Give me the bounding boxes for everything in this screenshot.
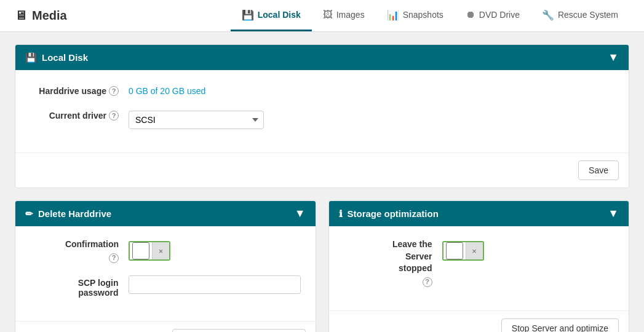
leave-server-row: Leave theServerstopped ? × <box>344 239 614 287</box>
images-icon: 🖼 <box>323 9 333 20</box>
snapshots-icon: 📊 <box>387 9 399 21</box>
current-driver-value: SCSI IDE VirtIO <box>129 107 614 129</box>
optimize-button[interactable]: Stop Server and optimize <box>501 318 619 332</box>
harddrive-usage-row: Harddrive usage ? 0 GB of 20 GB used <box>30 82 614 96</box>
harddrive-help-icon[interactable]: ? <box>109 86 119 96</box>
scp-password-label: SCP loginpassword <box>30 274 129 298</box>
top-nav: 🖥 Media 💾 Local Disk 🖼 Images 📊 Snapshot… <box>0 0 644 32</box>
storage-collapse-icon[interactable]: ▼ <box>608 207 619 220</box>
driver-help-icon[interactable]: ? <box>109 111 119 121</box>
local-disk-card-body: Harddrive usage ? 0 GB of 20 GB used Cur… <box>15 70 629 152</box>
local-disk-icon: 💾 <box>242 9 254 21</box>
local-disk-card-footer: Save <box>15 152 629 188</box>
local-disk-header-icon: 💾 <box>25 52 37 63</box>
local-disk-card: 💾 Local Disk ▼ Harddrive usage ? 0 GB of… <box>15 44 629 188</box>
confirmation-label: Confirmation ? <box>30 239 129 263</box>
leave-server-checkbox[interactable] <box>443 242 466 259</box>
tab-dvd-drive[interactable]: ⏺ DVD Drive <box>455 0 531 31</box>
storage-optimization-card: ℹ Storage optimization ▼ Leave theServer… <box>328 200 630 332</box>
nav-tabs: 💾 Local Disk 🖼 Images 📊 Snapshots ⏺ DVD … <box>231 0 629 31</box>
confirmation-toggle: × <box>129 241 170 261</box>
tab-images-label: Images <box>336 10 365 20</box>
delete-collapse-icon[interactable]: ▼ <box>295 207 306 220</box>
tab-rescue-system-label: Rescue System <box>558 10 618 20</box>
app-icon: 🖥 <box>15 9 27 23</box>
harddrive-usage-value: 0 GB of 20 GB used <box>129 82 614 96</box>
confirmation-toggle-container: × <box>129 239 170 261</box>
tab-snapshots[interactable]: 📊 Snapshots <box>376 0 455 31</box>
delete-harddrive-card: ✏ Delete Harddrive ▼ Confirmation ? × <box>15 200 316 332</box>
delete-button[interactable]: Delete Harddrive irrepealable <box>172 329 305 332</box>
leave-server-clear-button[interactable]: × <box>466 242 483 259</box>
main-content: 💾 Local Disk ▼ Harddrive usage ? 0 GB of… <box>0 32 644 332</box>
driver-select[interactable]: SCSI IDE VirtIO <box>129 111 264 129</box>
current-driver-label: Current driver ? <box>30 107 129 121</box>
delete-header-left: ✏ Delete Harddrive <box>25 208 111 219</box>
storage-card-body: Leave theServerstopped ? × <box>329 226 629 310</box>
save-button[interactable]: Save <box>578 160 619 180</box>
storage-header-left: ℹ Storage optimization <box>339 208 439 219</box>
local-disk-title: Local Disk <box>42 52 88 63</box>
local-disk-collapse-icon[interactable]: ▼ <box>608 51 619 64</box>
storage-card-footer: Stop Server and optimize <box>329 310 629 332</box>
leave-server-label: Leave theServerstopped ? <box>344 239 442 287</box>
storage-optimization-header: ℹ Storage optimization ▼ <box>329 201 629 226</box>
dvd-drive-icon: ⏺ <box>466 9 475 20</box>
leave-server-toggle: × <box>442 241 484 261</box>
scp-password-row: SCP loginpassword <box>30 274 301 298</box>
tab-local-disk-label: Local Disk <box>258 10 301 20</box>
tab-local-disk[interactable]: 💾 Local Disk <box>231 0 312 31</box>
storage-header-icon: ℹ <box>339 208 343 219</box>
tab-dvd-drive-label: DVD Drive <box>479 10 520 20</box>
confirmation-help-icon[interactable]: ? <box>109 253 119 263</box>
rescue-system-icon: 🔧 <box>542 9 554 21</box>
confirmation-row: Confirmation ? × <box>30 239 301 263</box>
two-col-section: ✏ Delete Harddrive ▼ Confirmation ? × <box>15 200 629 332</box>
tab-images[interactable]: 🖼 Images <box>312 0 376 31</box>
tab-rescue-system[interactable]: 🔧 Rescue System <box>531 0 629 31</box>
storage-optimization-title: Storage optimization <box>348 208 439 219</box>
leave-server-toggle-container: × <box>442 239 484 261</box>
scp-password-value <box>129 274 301 294</box>
scp-password-input[interactable] <box>129 275 301 294</box>
app-title: 🖥 Media <box>15 9 67 23</box>
delete-harddrive-title: Delete Harddrive <box>38 208 111 219</box>
harddrive-usage-label: Harddrive usage ? <box>30 82 129 96</box>
delete-harddrive-header: ✏ Delete Harddrive ▼ <box>15 201 316 226</box>
delete-card-footer: Delete Harddrive irrepealable <box>15 321 316 332</box>
confirmation-checkbox[interactable] <box>130 242 152 259</box>
local-disk-card-header: 💾 Local Disk ▼ <box>15 45 629 70</box>
confirmation-clear-button[interactable]: × <box>152 242 169 259</box>
current-driver-row: Current driver ? SCSI IDE VirtIO <box>30 107 614 129</box>
leave-server-help-icon[interactable]: ? <box>423 277 432 287</box>
tab-snapshots-label: Snapshots <box>403 10 443 20</box>
header-left: 💾 Local Disk <box>25 52 88 63</box>
app-title-text: Media <box>32 9 67 23</box>
delete-card-body: Confirmation ? × SCP loginpassword <box>15 226 316 321</box>
delete-header-icon: ✏ <box>25 208 33 219</box>
